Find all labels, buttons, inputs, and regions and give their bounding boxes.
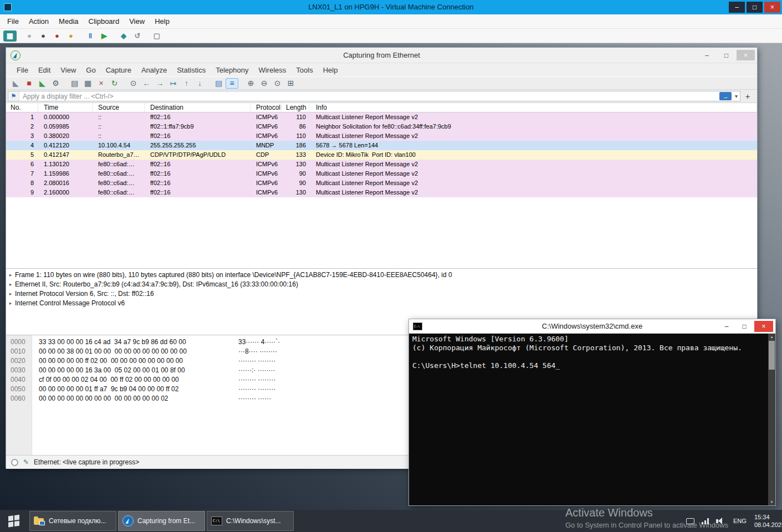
column-header-destination[interactable]: Destination — [145, 103, 251, 112]
scrollbar-thumb[interactable] — [769, 341, 775, 370]
expert-info-icon[interactable] — [11, 459, 18, 466]
wireshark-menu-item[interactable]: Tools — [291, 66, 318, 74]
autoscroll-icon[interactable]: ≡ — [226, 78, 238, 89]
vm-close-button[interactable]: × — [764, 2, 780, 13]
wireshark-menu-item[interactable]: Statistics — [172, 66, 211, 74]
cmd-titlebar[interactable]: C:\ C:\Windows\system32\cmd.exe – □ × — [409, 319, 775, 334]
vm-menu-item[interactable]: Clipboard — [84, 14, 125, 28]
pause-icon[interactable]: ‖ — [84, 30, 97, 42]
expander-icon[interactable]: ▸ — [6, 270, 15, 280]
cmd-maximize-button[interactable]: □ — [737, 321, 752, 332]
expander-icon[interactable]: ▸ — [6, 280, 15, 289]
column-header-info[interactable]: Info — [309, 103, 757, 112]
wireshark-menu-item[interactable]: Go — [81, 66, 100, 74]
capture-options-icon[interactable]: ⚙ — [49, 78, 62, 89]
wireshark-titlebar[interactable]: Capturing from Ethernet – □ × — [6, 48, 757, 63]
detail-row[interactable]: ▸ Internet Control Message Protocol v6 — [6, 299, 757, 308]
checkpoint-icon[interactable]: ◆ — [117, 30, 130, 42]
zoom-in-icon[interactable]: ⊕ — [244, 78, 257, 89]
packet-row[interactable]: 5 0.412147 Routerbo_a7… CDP/VTP/DTP/PAgP… — [6, 150, 757, 160]
vm-maximize-button[interactable]: □ — [747, 2, 763, 13]
cmd-minimize-button[interactable]: – — [719, 321, 734, 332]
taskbar-item-network-connections[interactable]: Сетевые подклю... — [29, 511, 116, 531]
resize-columns-icon[interactable]: ⊞ — [284, 78, 297, 89]
packet-list[interactable]: No. Time Source Destination Protocol Len… — [6, 103, 757, 268]
turn-off-icon[interactable]: ● — [37, 30, 50, 42]
column-header-length[interactable]: Length — [282, 103, 309, 112]
find-packet-icon[interactable]: ⊙ — [127, 78, 140, 89]
restart-capture-icon[interactable]: ◣ — [36, 78, 49, 89]
language-indicator[interactable]: ENG — [733, 510, 747, 532]
cmd-scrollbar[interactable]: ▲ ▼ — [768, 334, 775, 505]
column-header-protocol[interactable]: Protocol — [251, 103, 282, 112]
expander-icon[interactable]: ▸ — [6, 289, 15, 299]
go-back-icon[interactable]: ← — [140, 78, 153, 89]
close-file-icon[interactable]: × — [95, 78, 108, 89]
detail-row[interactable]: ▸ Ethernet II, Src: Routerbo_a7:9c:b9 (c… — [6, 280, 757, 289]
wireshark-menu-item[interactable]: View — [55, 66, 81, 74]
detail-row[interactable]: ▸ Frame 1: 110 bytes on wire (880 bits),… — [6, 270, 757, 280]
vm-menu-item[interactable]: View — [124, 14, 150, 28]
packet-row[interactable]: 2 0.059985 :: ff02::1:ffa7:9cb9 ICMPv6 8… — [6, 122, 757, 131]
taskbar-item-cmd[interactable]: C:\ C:\Windows\syst... — [207, 511, 294, 531]
vm-menu-item[interactable]: Media — [54, 14, 83, 28]
filter-bookmark-icon[interactable]: ⚑ — [8, 91, 19, 101]
expander-icon[interactable]: ▸ — [6, 299, 15, 308]
start-button[interactable] — [0, 510, 28, 532]
start-capture-icon[interactable]: ◣ — [9, 78, 22, 89]
display-filter-field[interactable]: ⚑ → ▾ — [8, 91, 740, 101]
zoom-original-icon[interactable]: ⊙ — [271, 78, 284, 89]
tray-clock[interactable]: 15:34 08.04.2025 — [754, 510, 782, 532]
go-first-icon[interactable]: ↑ — [180, 78, 193, 89]
scroll-down-icon[interactable]: ▼ — [768, 499, 775, 505]
enhanced-session-icon[interactable]: ▢ — [150, 30, 163, 42]
column-header-source[interactable]: Source — [93, 103, 145, 112]
play-icon[interactable]: ▶ — [98, 30, 111, 42]
vm-menu-item[interactable]: Action — [24, 14, 54, 28]
save-file-icon[interactable]: ▦ — [81, 78, 94, 89]
wireshark-minimize-button[interactable]: – — [698, 50, 716, 60]
save-icon[interactable]: ● — [64, 30, 78, 42]
wireshark-menu-item[interactable]: Edit — [33, 66, 55, 74]
display-filter-input[interactable] — [19, 93, 719, 100]
apply-filter-icon[interactable]: → — [719, 92, 732, 100]
wireshark-menu-item[interactable]: Capture — [101, 66, 136, 74]
reload-icon[interactable]: ↻ — [108, 78, 121, 89]
column-header-no[interactable]: No. — [6, 103, 38, 112]
go-last-icon[interactable]: ↓ — [193, 78, 206, 89]
cmd-close-button[interactable]: × — [754, 321, 773, 332]
packet-row[interactable]: 8 2.080016 fe80::c6ad:… ff02::16 ICMPv6 … — [6, 178, 757, 188]
vm-window-titlebar[interactable]: LNX01_L1 on HPG9H - Virtual Machine Conn… — [0, 0, 782, 14]
packet-row[interactable]: 9 2.160000 fe80::c6ad:… ff02::16 ICMPv6 … — [6, 188, 757, 197]
start-icon[interactable]: ● — [23, 30, 36, 42]
wireshark-menu-item[interactable]: Tel​ephony — [211, 66, 253, 74]
console-output[interactable]: Microsoft Windows [Version 6.3.9600](c) … — [409, 334, 768, 505]
scroll-up-icon[interactable]: ▲ — [768, 334, 775, 340]
wireshark-close-button[interactable]: × — [737, 50, 755, 60]
wireshark-menu-item[interactable]: File — [12, 66, 33, 74]
vm-minimize-button[interactable]: – — [729, 2, 745, 13]
vm-menu-item[interactable]: Help — [150, 14, 175, 28]
packet-row[interactable]: 4 0.412120 10.100.4.54 255.255.255.255 M… — [6, 141, 757, 150]
column-header-time[interactable]: Time — [38, 103, 93, 112]
stop-capture-icon[interactable]: ■ — [23, 78, 35, 89]
packet-row[interactable]: 7 1.159986 fe80::c6ad:… ff02::16 ICMPv6 … — [6, 169, 757, 178]
go-to-packet-icon[interactable]: ↦ — [167, 78, 180, 89]
wireshark-menu-item[interactable]: Analyze — [136, 66, 172, 74]
go-forward-icon[interactable]: → — [154, 78, 166, 89]
shut-down-icon[interactable]: ● — [50, 30, 64, 42]
ctrl-alt-del-icon[interactable]: ▦ — [3, 30, 17, 42]
revert-icon[interactable]: ↺ — [131, 30, 144, 42]
wireshark-menu-item[interactable]: Wireless — [253, 66, 291, 74]
wireshark-menu-item[interactable]: Help — [318, 66, 343, 74]
detail-row[interactable]: ▸ Internet Protocol Version 6, Src: ::, … — [6, 289, 757, 299]
filter-dropdown-icon[interactable]: ▾ — [733, 93, 740, 99]
packet-row[interactable]: 1 0.000000 :: ff02::16 ICMPv6 110 Multic… — [6, 112, 757, 122]
taskbar-item-wireshark[interactable]: Capturing from Et... — [118, 511, 205, 531]
wireshark-maximize-button[interactable]: □ — [717, 50, 735, 60]
packet-row[interactable]: 6 1.130120 fe80::c6ad:… ff02::16 ICMPv6 … — [6, 160, 757, 169]
zoom-out-icon[interactable]: ⊖ — [258, 78, 270, 89]
colorize-icon[interactable]: ▤ — [212, 78, 225, 89]
capture-comment-icon[interactable]: ✎ — [23, 458, 29, 466]
open-file-icon[interactable]: ▤ — [68, 78, 81, 89]
